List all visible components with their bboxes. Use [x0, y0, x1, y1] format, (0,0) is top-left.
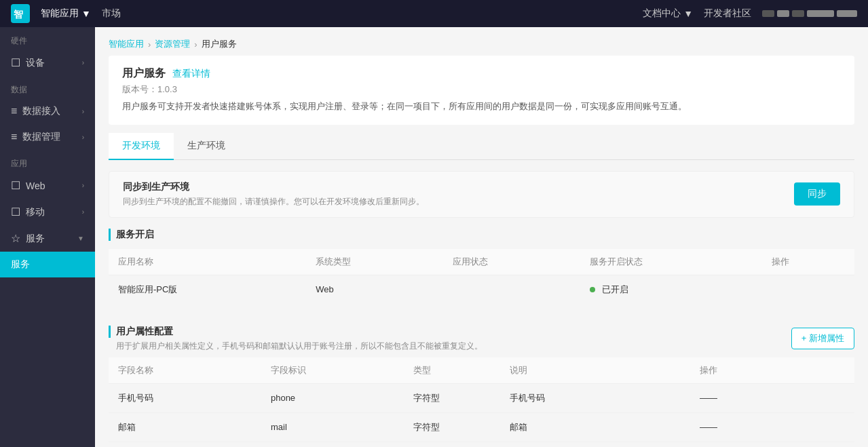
row-app-name: 智能应用-PC版 — [109, 275, 306, 304]
row-sys-type: Web — [306, 275, 443, 304]
sidebar-item-service-active[interactable]: 服务 — [0, 252, 95, 277]
topnav-icon-3 — [792, 10, 804, 17]
breadcrumb-link-1[interactable]: 资源管理 — [155, 38, 190, 50]
mobile-arrow: › — [82, 208, 84, 216]
user-attrs-desc: 用于扩展用户相关属性定义，手机号码和邮箱默认认用于账号注册，所以不能包含且不能被… — [109, 341, 483, 352]
topnav-icon-5 — [837, 10, 857, 17]
attr-row-1-key: mail — [261, 412, 404, 442]
service-title: 用户服务 查看详情 — [122, 66, 841, 81]
breadcrumb-sep-1: › — [194, 39, 197, 50]
sidebar-item-data-access[interactable]: ≡ 数据接入 › — [0, 98, 95, 124]
service-version: 版本号：1.0.3 — [122, 83, 841, 96]
sync-bar: 同步到生产环境 同步到生产环境的配置不能撤回，请谨慎操作。您可以在开发环境修改后… — [109, 171, 854, 218]
sidebar-section-data: 数据 — [0, 76, 95, 98]
user-attrs-tbody: 手机号码 phone 字符型 手机号码 —— 邮箱 mail 字符型 邮箱 —— — [109, 383, 854, 447]
service-enable-tbody: 智能应用-PC版 Web 已开启 — [109, 275, 854, 304]
sidebar-item-data-manage[interactable]: ≡ 数据管理 › — [0, 124, 95, 150]
device-arrow: › — [82, 59, 84, 66]
breadcrumb-sep-0: › — [148, 39, 151, 50]
market-link[interactable]: 市场 — [102, 7, 121, 20]
data-manage-arrow: › — [82, 134, 84, 141]
user-attrs-header: 用户属性配置 用于扩展用户相关属性定义，手机号码和邮箱默认认用于账号注册，所以不… — [109, 326, 854, 352]
sidebar-item-service-parent[interactable]: ☆ 服务 ▼ — [0, 225, 95, 252]
sidebar-item-device-label: 设备 — [26, 57, 45, 69]
user-attrs-header-row: 字段名称 字段标识 类型 说明 操作 — [109, 357, 854, 384]
attr-row-2-key: organization — [261, 442, 404, 447]
service-header-card: 用户服务 查看详情 版本号：1.0.3 用户服务可支持开发者快速搭建账号体系，实… — [109, 56, 854, 125]
sync-bar-desc: 同步到生产环境的配置不能撤回，请谨慎操作。您可以在开发环境修改后重新同步。 — [123, 196, 424, 208]
topnav-icon-2 — [777, 10, 789, 17]
sidebar-section-app: 应用 — [0, 150, 95, 172]
top-navigation: 智 智能应用 ▼ 市场 文档中心 ▼ 开发者社区 — [0, 0, 868, 27]
row-operation — [762, 275, 854, 304]
doc-label: 文档中心 — [643, 7, 681, 20]
status-text: 已开启 — [602, 284, 628, 294]
sidebar-item-service-active-label: 服务 — [11, 258, 30, 271]
tab-dev[interactable]: 开发环境 — [109, 133, 174, 160]
attr-row-1-op: —— — [690, 412, 854, 442]
row-app-status — [443, 275, 580, 304]
table-row: 智能应用-PC版 Web 已开启 — [109, 275, 854, 304]
col-app-status: 应用状态 — [443, 249, 580, 275]
attr-row-1-type: 字符型 — [404, 412, 500, 442]
service-detail-link[interactable]: 查看详情 — [172, 68, 210, 80]
mobile-icon: ☐ — [11, 206, 20, 218]
attr-row-0-key: phone — [261, 383, 404, 412]
web-arrow: › — [82, 182, 84, 189]
sidebar: 硬件 ☐ 设备 › 数据 ≡ 数据接入 › ≡ 数据管理 › 应用 — [0, 27, 95, 447]
attr-row-1-name: 邮箱 — [109, 412, 261, 442]
row-service-status: 已开启 — [580, 275, 762, 304]
sidebar-item-data-manage-label: 数据管理 — [22, 131, 60, 143]
sidebar-item-data-access-left: ≡ 数据接入 — [11, 105, 60, 117]
doc-arrow: ▼ — [683, 8, 693, 19]
main-content: 智能应用 › 资源管理 › 用户服务 用户服务 查看详情 版本号：1.0.3 用… — [95, 27, 868, 447]
user-attrs-table: 字段名称 字段标识 类型 说明 操作 手机号码 phone 字符型 手机号码 —… — [109, 357, 854, 447]
table-row: 所在组织机构 organization 字符型 用户所在机构信息 配置 删除 — [109, 442, 854, 447]
col-service-status: 服务开启状态 — [580, 249, 762, 275]
col-sys-type: 系统类型 — [306, 249, 443, 275]
attr-row-2-type: 字符型 — [404, 442, 500, 447]
sidebar-item-web-left: ☐ Web — [11, 179, 45, 192]
service-enable-header-row: 应用名称 系统类型 应用状态 服务开启状态 操作 — [109, 249, 854, 275]
attr-row-0-name: 手机号码 — [109, 383, 261, 412]
sync-bar-info: 同步到生产环境 同步到生产环境的配置不能撤回，请谨慎操作。您可以在开发环境修改后… — [123, 181, 424, 208]
attr-col-key: 字段标识 — [261, 357, 404, 384]
sidebar-item-mobile-label: 移动 — [26, 206, 45, 218]
sidebar-item-device[interactable]: ☐ 设备 › — [0, 50, 95, 76]
breadcrumb-link-0[interactable]: 智能应用 — [109, 38, 144, 50]
col-app-name: 应用名称 — [109, 249, 306, 275]
sync-bar-title: 同步到生产环境 — [123, 181, 424, 193]
device-icon: ☐ — [11, 56, 20, 69]
table-row: 邮箱 mail 字符型 邮箱 —— — [109, 412, 854, 442]
service-enable-section: 服务开启 应用名称 系统类型 应用状态 服务开启状态 操作 智能应用-PC版 W… — [109, 229, 854, 304]
service-parent-arrow: ▼ — [77, 235, 84, 242]
attr-row-0-desc: 手机号码 — [500, 383, 690, 412]
sidebar-item-mobile[interactable]: ☐ 移动 › — [0, 199, 95, 225]
user-attrs-thead: 字段名称 字段标识 类型 说明 操作 — [109, 357, 854, 384]
topnav-icon-1 — [762, 10, 774, 17]
service-desc: 用户服务可支持开发者快速搭建账号体系，实现用户注册、登录等；在同一项目下，所有应… — [122, 100, 841, 114]
topnav-icon-group — [762, 10, 857, 17]
table-row: 手机号码 phone 字符型 手机号码 —— — [109, 383, 854, 412]
app-name-arrow: ▼ — [81, 8, 91, 19]
data-access-icon: ≡ — [11, 105, 17, 117]
data-manage-icon: ≡ — [11, 131, 17, 143]
attr-row-2-desc: 用户所在机构信息 — [500, 442, 690, 447]
sidebar-item-web[interactable]: ☐ Web › — [0, 172, 95, 199]
status-dot — [590, 287, 595, 292]
dev-community-link[interactable]: 开发者社区 — [704, 7, 751, 20]
app-name-button[interactable]: 智能应用 ▼ — [41, 7, 91, 20]
attr-row-0-op: —— — [690, 383, 854, 412]
service-parent-icon: ☆ — [11, 232, 20, 245]
attr-col-op: 操作 — [690, 357, 854, 384]
add-attribute-button[interactable]: + 新增属性 — [791, 328, 854, 349]
doc-center-button[interactable]: 文档中心 ▼ — [643, 7, 693, 20]
attr-col-type: 类型 — [404, 357, 500, 384]
attr-row-2-op: 配置 删除 — [690, 442, 854, 447]
col-operation: 操作 — [762, 249, 854, 275]
topnav-right: 文档中心 ▼ 开发者社区 — [643, 7, 857, 20]
attr-row-0-type: 字符型 — [404, 383, 500, 412]
sync-button[interactable]: 同步 — [794, 182, 840, 206]
tab-prod[interactable]: 生产环境 — [174, 133, 239, 160]
sidebar-item-web-label: Web — [26, 180, 45, 191]
